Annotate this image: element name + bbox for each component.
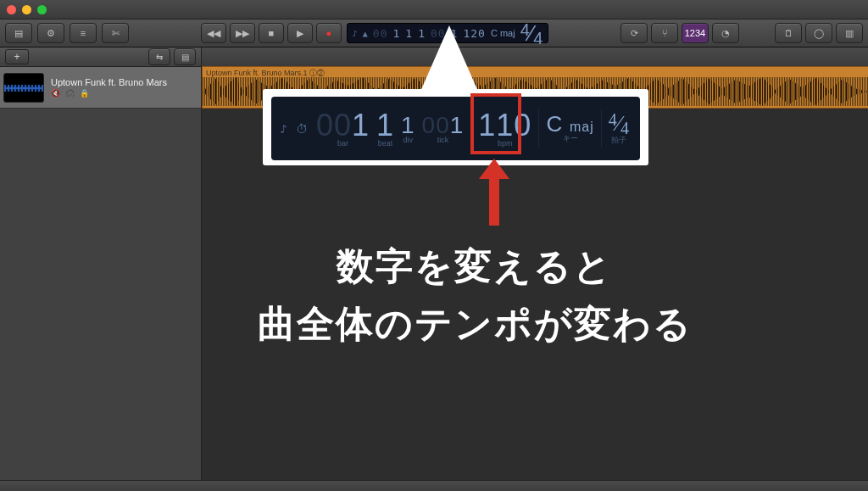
add-track-button[interactable]: + — [5, 49, 29, 64]
lcd-big-timesig[interactable]: 4⁄4 拍子 — [605, 97, 632, 160]
loop-browser-button[interactable]: ◯ — [805, 23, 832, 43]
callout-pointer — [420, 25, 479, 93]
track-header-btn-1[interactable]: ⇆ — [148, 48, 170, 65]
timeline-ruler[interactable] — [202, 47, 868, 67]
lcd-big-div[interactable]: 1 div — [398, 97, 419, 160]
window-titlebar — [0, 0, 868, 20]
metronome-icon: ▲ — [363, 29, 368, 38]
window-zoom-button[interactable] — [37, 5, 47, 14]
rewind-icon: ◀◀ — [207, 28, 220, 39]
track-sidebar-header: + ⇆ ▤ — [0, 47, 201, 67]
media-browser-button[interactable]: ▥ — [836, 23, 863, 43]
stop-icon: ■ — [268, 28, 274, 38]
drawer-icon: ▥ — [845, 28, 854, 39]
callout-panel: ♪ ⏱ 001 bar 1 beat 1 div 001 tick 110 bp… — [263, 89, 648, 165]
lcd-bar-pad: 00 — [373, 27, 388, 40]
footer-bar — [0, 480, 868, 491]
rewind-button[interactable]: ◀◀ — [201, 23, 226, 43]
annotation-line1: 数字を変えると — [119, 237, 831, 295]
note-icon: ♪ — [353, 29, 358, 38]
annotation-line2: 曲全体のテンポが変わる — [119, 295, 831, 353]
track-row[interactable]: Uptown Funk ft. Bruno Mars 🔇 🎧 🔒 — [0, 67, 201, 109]
notepad-button[interactable]: 🗒 — [775, 23, 802, 43]
lcd-beat[interactable]: 1 — [405, 27, 413, 40]
scissors-icon: ✄ — [112, 28, 120, 39]
headphone-icon[interactable]: 🎧 — [65, 89, 75, 98]
countin-label: 1234 — [685, 28, 705, 38]
tuner-button[interactable]: ⑂ — [651, 23, 678, 43]
metronome-icon: ⏱ — [296, 122, 308, 136]
forward-icon: ▶▶ — [236, 28, 249, 39]
view-buttons: 🗒 ◯ ▥ — [775, 23, 863, 43]
lcd-big-bar[interactable]: 001 bar — [313, 97, 373, 160]
lcd-big-beat[interactable]: 1 beat — [373, 97, 398, 160]
forward-button[interactable]: ▶▶ — [230, 23, 255, 43]
play-icon: ▶ — [297, 28, 303, 39]
lcd-sep-2 — [538, 109, 539, 148]
toolbar-button-3[interactable]: ≡ — [70, 23, 97, 43]
inspector-button[interactable]: ⚙ — [37, 23, 64, 43]
record-icon: ● — [326, 28, 331, 38]
track-header-btn-2[interactable]: ▤ — [174, 48, 196, 65]
tempo-highlight-box — [470, 93, 521, 154]
sliders-icon: ⚙ — [47, 28, 55, 39]
lcd-key[interactable]: C maj — [491, 28, 515, 38]
window-close-button[interactable] — [7, 5, 16, 14]
tempo-arrow — [479, 159, 509, 226]
annotation-text: 数字を変えると 曲全体のテンポが変わる — [119, 237, 831, 353]
loop-icon: ◯ — [814, 28, 824, 39]
stop-button[interactable]: ■ — [259, 23, 284, 43]
record-button[interactable]: ● — [316, 23, 342, 43]
transport-controls: ◀◀ ▶▶ ■ ▶ ● — [201, 23, 342, 43]
library-button[interactable]: ▤ — [5, 23, 32, 43]
scissors-button[interactable]: ✄ — [102, 23, 129, 43]
track-info: Uptown Funk ft. Bruno Mars 🔇 🎧 🔒 — [51, 77, 167, 98]
play-button[interactable]: ▶ — [287, 23, 313, 43]
note-page-icon: 🗒 — [784, 28, 793, 38]
mixer-icon: ≡ — [81, 28, 86, 38]
track-name: Uptown Funk ft. Bruno Mars — [51, 77, 167, 87]
window-traffic-lights — [7, 5, 47, 14]
lcd-sep-3 — [601, 109, 602, 148]
books-icon: ▤ — [14, 28, 23, 39]
track-controls: 🔇 🎧 🔒 — [51, 89, 167, 98]
cycle-button[interactable]: ⟳ — [620, 23, 648, 43]
plus-icon: + — [14, 51, 19, 63]
lcd-big-key[interactable]: C maj キー — [542, 97, 597, 160]
note-icon: ♪ — [280, 122, 287, 136]
tuningfork-icon: ⑂ — [662, 28, 668, 38]
countin-badge[interactable]: 1234 — [682, 23, 709, 43]
volume-icon: ◔ — [721, 28, 730, 39]
lock-icon[interactable]: 🔒 — [80, 89, 89, 98]
mute-icon[interactable]: 🔇 — [51, 89, 60, 98]
lcd-big: ♪ ⏱ 001 bar 1 beat 1 div 001 tick 110 bp… — [271, 97, 640, 160]
lcd-bar[interactable]: 1 — [392, 27, 400, 40]
window-minimize-button[interactable] — [22, 5, 31, 14]
master-vol-button[interactable]: ◔ — [712, 23, 739, 43]
cycle-icon: ⟳ — [631, 28, 638, 39]
lcd-big-tick[interactable]: 001 tick — [419, 97, 468, 160]
lcd-big-icons: ♪ ⏱ — [275, 122, 313, 136]
track-icon — [3, 73, 44, 103]
lcd-timesig[interactable]: 4⁄4 — [520, 20, 543, 47]
toolbar-right-group: ⟳ ⑂ 1234 ◔ — [620, 23, 739, 43]
